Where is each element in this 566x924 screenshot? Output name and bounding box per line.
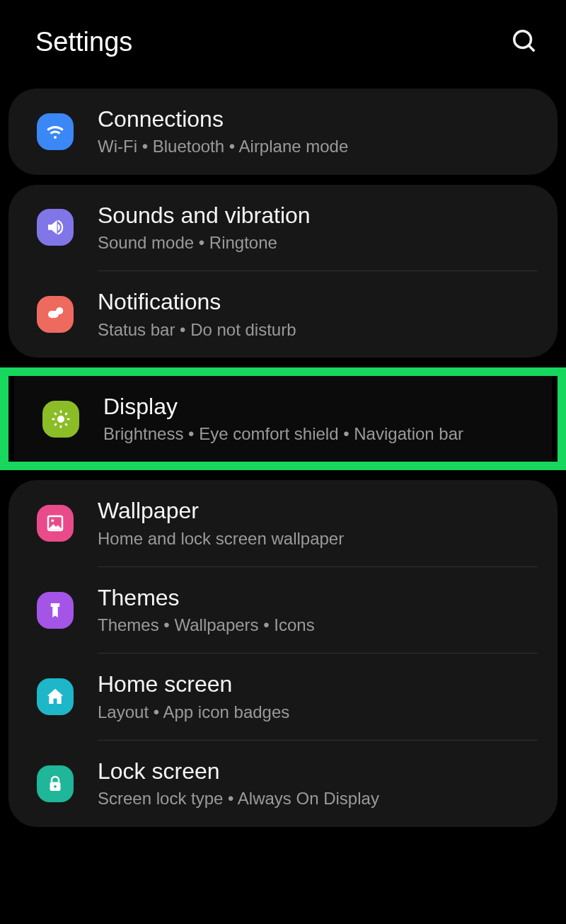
page-title: Settings: [35, 27, 132, 57]
settings-item-home-screen[interactable]: Home screen Layout • App icon badges: [8, 654, 558, 740]
search-icon[interactable]: [511, 28, 538, 57]
item-title: Lock screen: [98, 758, 379, 785]
themes-icon: [37, 592, 74, 629]
item-title: Notifications: [98, 288, 296, 315]
item-title: Home screen: [98, 671, 289, 697]
item-text: Lock screen Screen lock type • Always On…: [98, 758, 379, 810]
item-subtitle: Status bar • Do not disturb: [98, 319, 296, 341]
item-subtitle: Brightness • Eye comfort shield • Naviga…: [103, 423, 463, 445]
settings-item-themes[interactable]: Themes Themes • Wallpapers • Icons: [8, 567, 558, 654]
item-text: Home screen Layout • App icon badges: [98, 671, 289, 723]
svg-point-4: [57, 416, 64, 423]
settings-group: Display Brightness • Eye comfort shield …: [14, 376, 552, 462]
item-title: Themes: [98, 584, 315, 611]
item-subtitle: Screen lock type • Always On Display: [98, 787, 379, 809]
item-subtitle: Layout • App icon badges: [98, 701, 289, 723]
svg-point-0: [514, 30, 531, 47]
settings-item-sounds[interactable]: Sounds and vibration Sound mode • Ringto…: [8, 185, 558, 271]
svg-line-10: [65, 423, 67, 426]
item-subtitle: Home and lock screen wallpaper: [98, 527, 344, 549]
item-text: Sounds and vibration Sound mode • Ringto…: [98, 202, 311, 254]
svg-point-14: [51, 519, 54, 522]
sound-icon: [37, 209, 74, 246]
svg-line-1: [529, 45, 534, 51]
home-icon: [37, 678, 74, 715]
highlight-frame: Display Brightness • Eye comfort shield …: [0, 367, 566, 471]
settings-item-wallpaper[interactable]: Wallpaper Home and lock screen wallpaper: [8, 480, 558, 566]
settings-item-connections[interactable]: Connections Wi-Fi • Bluetooth • Airplane…: [8, 89, 558, 175]
lock-icon: [37, 765, 74, 802]
item-subtitle: Themes • Wallpapers • Icons: [98, 614, 315, 636]
wallpaper-icon: [37, 505, 74, 542]
item-subtitle: Wi-Fi • Bluetooth • Airplane mode: [98, 135, 348, 157]
svg-point-3: [56, 307, 63, 314]
brightness-icon: [42, 401, 79, 438]
settings-group: Sounds and vibration Sound mode • Ringto…: [8, 185, 558, 358]
settings-item-lock-screen[interactable]: Lock screen Screen lock type • Always On…: [8, 741, 558, 827]
settings-group: Connections Wi-Fi • Bluetooth • Airplane…: [8, 89, 558, 175]
settings-item-notifications[interactable]: Notifications Status bar • Do not distur…: [8, 271, 558, 358]
settings-group: Wallpaper Home and lock screen wallpaper…: [8, 480, 558, 826]
svg-line-12: [65, 413, 67, 415]
svg-line-11: [54, 423, 57, 426]
svg-line-9: [54, 413, 57, 415]
item-text: Wallpaper Home and lock screen wallpaper: [98, 497, 344, 549]
item-title: Wallpaper: [98, 497, 344, 524]
notification-icon: [37, 296, 74, 333]
item-text: Themes Themes • Wallpapers • Icons: [98, 584, 315, 637]
item-title: Sounds and vibration: [98, 202, 311, 229]
svg-point-16: [54, 785, 57, 788]
settings-item-display[interactable]: Display Brightness • Eye comfort shield …: [14, 376, 552, 462]
item-text: Display Brightness • Eye comfort shield …: [103, 393, 463, 445]
header: Settings: [0, 0, 566, 79]
item-title: Connections: [98, 105, 348, 132]
item-title: Display: [103, 393, 463, 420]
wifi-icon: [37, 113, 74, 150]
item-subtitle: Sound mode • Ringtone: [98, 232, 311, 253]
item-text: Notifications Status bar • Do not distur…: [98, 288, 296, 341]
item-text: Connections Wi-Fi • Bluetooth • Airplane…: [98, 105, 348, 158]
